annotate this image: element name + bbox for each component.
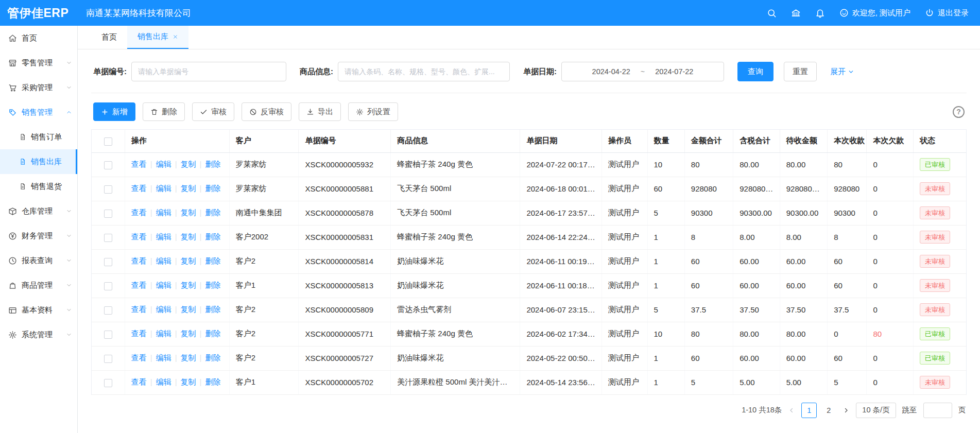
- row-action-edit[interactable]: 编辑: [156, 329, 171, 338]
- row-action-copy[interactable]: 复制: [181, 281, 196, 289]
- row-checkbox[interactable]: [104, 379, 112, 387]
- row-action-delete[interactable]: 删除: [205, 353, 221, 362]
- sidebar-item-purchase[interactable]: 采购管理: [0, 75, 77, 100]
- add-button[interactable]: 新增: [93, 102, 135, 121]
- row-action-copy[interactable]: 复制: [181, 377, 196, 386]
- row-checkbox[interactable]: [104, 234, 112, 242]
- row-action-edit[interactable]: 编辑: [156, 353, 171, 362]
- row-action-copy[interactable]: 复制: [181, 329, 196, 338]
- row-checkbox[interactable]: [104, 282, 112, 290]
- row-action-copy[interactable]: 复制: [181, 305, 196, 314]
- row-action-delete[interactable]: 删除: [205, 377, 221, 386]
- row-action-edit[interactable]: 编辑: [156, 305, 171, 314]
- row-action-edit[interactable]: 编辑: [156, 184, 171, 193]
- row-action-copy[interactable]: 复制: [181, 160, 196, 168]
- next-page-button[interactable]: [843, 407, 850, 414]
- row-action-delete[interactable]: 删除: [205, 184, 221, 193]
- cell-tax-total: 60.00: [733, 346, 780, 370]
- row-action-delete[interactable]: 删除: [205, 281, 221, 289]
- export-button[interactable]: 导出: [299, 102, 341, 121]
- row-action-copy[interactable]: 复制: [181, 208, 196, 217]
- app-logo[interactable]: 管伊佳ERP: [0, 5, 78, 21]
- select-all-checkbox[interactable]: [104, 137, 112, 146]
- row-action-edit[interactable]: 编辑: [156, 281, 171, 289]
- sidebar-item-system[interactable]: 系统管理: [0, 322, 77, 347]
- tab-home[interactable]: 首页: [91, 26, 127, 49]
- row-action-view[interactable]: 查看: [131, 256, 147, 265]
- tab-sales-outbound[interactable]: 销售出库: [127, 26, 188, 49]
- row-action-delete[interactable]: 删除: [205, 329, 221, 338]
- row-action-edit[interactable]: 编辑: [156, 256, 171, 265]
- row-action-copy[interactable]: 复制: [181, 232, 196, 241]
- row-action-edit[interactable]: 编辑: [156, 232, 171, 241]
- sidebar-item-sales[interactable]: 销售管理: [0, 100, 77, 125]
- expand-link[interactable]: 展开: [830, 67, 854, 77]
- reset-button[interactable]: 重置: [784, 62, 817, 81]
- product-info-input[interactable]: [338, 62, 510, 81]
- help-icon[interactable]: ?: [953, 106, 965, 118]
- row-checkbox[interactable]: [104, 161, 112, 169]
- unaudit-button[interactable]: 反审核: [242, 102, 291, 121]
- bell-icon[interactable]: [815, 8, 825, 18]
- row-action-view[interactable]: 查看: [131, 208, 147, 217]
- row-checkbox[interactable]: [104, 355, 112, 363]
- row-action-delete[interactable]: 删除: [205, 208, 221, 217]
- row-action-copy[interactable]: 复制: [181, 184, 196, 193]
- row-action-view[interactable]: 查看: [131, 184, 147, 193]
- row-action-edit[interactable]: 编辑: [156, 208, 171, 217]
- column-settings-button[interactable]: 列设置: [348, 102, 398, 121]
- bill-no-input[interactable]: [131, 62, 286, 81]
- row-action-copy[interactable]: 复制: [181, 353, 196, 362]
- sidebar-item-sales-order[interactable]: 销售订单: [0, 125, 77, 149]
- prev-page-button[interactable]: [788, 407, 795, 414]
- page-number-2[interactable]: 2: [821, 403, 836, 418]
- sidebar-item-home[interactable]: 首页: [0, 26, 77, 50]
- row-action-edit[interactable]: 编辑: [156, 377, 171, 386]
- action-separator: |: [200, 184, 202, 193]
- row-checkbox[interactable]: [104, 306, 112, 315]
- date-start-value[interactable]: 2024-04-22: [592, 67, 630, 76]
- building-icon[interactable]: [791, 8, 801, 18]
- row-action-view[interactable]: 查看: [131, 305, 147, 314]
- action-separator: |: [150, 184, 152, 193]
- sidebar-item-product[interactable]: 商品管理: [0, 273, 77, 298]
- page-size-select[interactable]: 10 条/页: [856, 403, 896, 418]
- row-action-view[interactable]: 查看: [131, 377, 147, 386]
- page-number-1[interactable]: 1: [801, 403, 817, 418]
- date-range-picker[interactable]: 2024-04-22 ~ 2024-07-22: [561, 62, 724, 81]
- cell-date: 2024-07-22 00:17:22: [520, 152, 602, 177]
- retail-icon: [8, 59, 17, 67]
- row-action-delete[interactable]: 删除: [205, 305, 221, 314]
- audit-button[interactable]: 审核: [192, 102, 234, 121]
- sidebar-item-report[interactable]: 报表查询: [0, 248, 77, 273]
- row-checkbox[interactable]: [104, 331, 112, 339]
- sidebar-item-basic[interactable]: 基本资料: [0, 298, 77, 322]
- close-icon[interactable]: [173, 34, 178, 40]
- row-checkbox[interactable]: [104, 185, 112, 194]
- logout-button[interactable]: 退出登录: [925, 8, 969, 18]
- welcome-user[interactable]: 欢迎您, 测试用户: [839, 8, 910, 18]
- row-action-copy[interactable]: 复制: [181, 256, 196, 265]
- date-end-value[interactable]: 2024-07-22: [655, 67, 693, 76]
- row-action-delete[interactable]: 删除: [205, 160, 221, 168]
- row-checkbox[interactable]: [104, 210, 112, 218]
- search-button[interactable]: 查询: [737, 62, 773, 81]
- cell-received: 0: [828, 322, 867, 346]
- delete-button[interactable]: 删除: [143, 102, 185, 121]
- row-action-view[interactable]: 查看: [131, 232, 147, 241]
- sidebar-item-finance[interactable]: 财务管理: [0, 223, 77, 248]
- row-action-view[interactable]: 查看: [131, 281, 147, 289]
- sidebar-item-sales-return[interactable]: 销售退货: [0, 174, 77, 199]
- jump-page-input[interactable]: [923, 403, 952, 418]
- row-action-delete[interactable]: 删除: [205, 256, 221, 265]
- row-action-view[interactable]: 查看: [131, 160, 147, 168]
- row-action-edit[interactable]: 编辑: [156, 160, 171, 168]
- row-action-view[interactable]: 查看: [131, 353, 147, 362]
- row-checkbox[interactable]: [104, 258, 112, 266]
- sidebar-item-sales-outbound[interactable]: 销售出库: [0, 149, 77, 174]
- row-action-view[interactable]: 查看: [131, 329, 147, 338]
- sidebar-item-warehouse[interactable]: 仓库管理: [0, 199, 77, 223]
- sidebar-item-retail[interactable]: 零售管理: [0, 50, 77, 75]
- search-icon[interactable]: [767, 8, 777, 18]
- row-action-delete[interactable]: 删除: [205, 232, 221, 241]
